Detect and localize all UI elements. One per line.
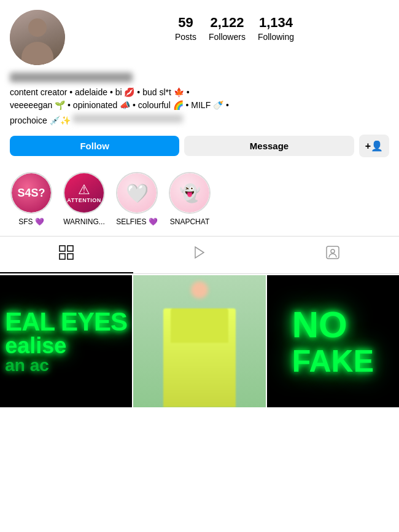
username-row [10, 72, 389, 84]
svg-rect-3 [68, 254, 73, 259]
highlight-warning-label: WARNING... [63, 217, 105, 226]
profile-section: 59 Posts 2,122 Followers 1,134 Following… [0, 0, 399, 157]
add-friend-icon: +👤 [365, 141, 383, 151]
grid-cell-neon-fake[interactable]: NO FAKE [267, 275, 399, 407]
highlight-selfies-circle: 🤍 [116, 172, 158, 214]
svg-rect-5 [327, 246, 339, 259]
grid-cell-neon-eyes[interactable]: EAL EYES ealise an ac [0, 275, 132, 407]
following-label: Following [258, 32, 294, 42]
neon-no-text: NO [292, 307, 347, 343]
followers-label: Followers [209, 32, 246, 42]
person-top [171, 308, 229, 343]
svg-marker-4 [195, 247, 204, 258]
neon-eyes-text2: ealise [5, 335, 66, 357]
highlight-snapchat[interactable]: 👻 SNAPCHAT [168, 172, 211, 226]
bio-line3: prochoice 💉✨ [10, 115, 71, 125]
highlight-snapchat-label: SNAPCHAT [170, 217, 209, 226]
tab-reels[interactable] [133, 237, 266, 273]
photo-grid: EAL EYES ealise an ac NO FAKE [0, 275, 399, 407]
tab-tagged[interactable] [266, 237, 399, 273]
action-buttons: Follow Message +👤 [10, 135, 389, 157]
highlight-selfies[interactable]: 🤍 SELFIES 💜 [115, 172, 158, 226]
neon-eyes-text3: an ac [5, 357, 49, 374]
bio-line1: content creator • adelaide • bi 💋 • bud … [10, 87, 190, 97]
neon-eyes-text1: EAL EYES [5, 309, 127, 335]
svg-rect-1 [68, 246, 73, 251]
tab-bar [0, 237, 399, 274]
bio-line2: veeeeegan 🌱 • opinionated 📣 • colourful … [10, 100, 229, 110]
highlight-sfs-label: SFS 💜 [18, 217, 44, 226]
neon-fake-text: FAKE [292, 346, 374, 377]
stats-area: 59 Posts 2,122 Followers 1,134 Following [80, 10, 389, 42]
avatar[interactable] [10, 10, 65, 65]
highlight-selfies-label: SELFIES 💜 [116, 217, 158, 226]
message-button[interactable]: Message [184, 136, 354, 156]
stat-following[interactable]: 1,134 Following [258, 15, 294, 42]
profile-top: 59 Posts 2,122 Followers 1,134 Following [10, 10, 389, 65]
highlight-warning-circle: ⚠ ATTENTION [63, 172, 105, 214]
stat-followers[interactable]: 2,122 Followers [209, 15, 246, 42]
tagged-icon [325, 245, 340, 264]
play-icon [192, 245, 207, 264]
person-head [191, 281, 208, 299]
bio-section: content creator • adelaide • bi 💋 • bud … [10, 86, 389, 127]
tab-grid[interactable] [0, 237, 133, 273]
highlight-sfs[interactable]: S4S? SFS 💜 [10, 172, 53, 226]
highlights-section: S4S? SFS 💜 ⚠ ATTENTION WARNING... 🤍 SELF… [0, 167, 399, 237]
followers-count: 2,122 [210, 15, 244, 31]
svg-point-6 [331, 249, 335, 253]
svg-rect-0 [60, 246, 65, 251]
bio-link[interactable] [72, 114, 183, 123]
selfies-heart-icon: 🤍 [126, 182, 149, 204]
person-body [163, 308, 236, 407]
svg-rect-2 [60, 254, 65, 259]
following-count: 1,134 [259, 15, 293, 31]
posts-label: Posts [175, 32, 196, 42]
stat-posts[interactable]: 59 Posts [175, 15, 196, 42]
posts-count: 59 [178, 15, 193, 31]
snapchat-ghost-icon: 👻 [179, 183, 201, 203]
username [10, 72, 133, 82]
highlight-warning[interactable]: ⚠ ATTENTION WARNING... [63, 172, 106, 226]
add-friend-button[interactable]: +👤 [359, 135, 389, 157]
grid-cell-person[interactable] [133, 275, 265, 407]
follow-button[interactable]: Follow [10, 136, 179, 156]
highlight-snapchat-circle: 👻 [169, 172, 211, 214]
grid-icon [59, 245, 74, 264]
highlight-sfs-circle: S4S? [10, 172, 52, 214]
